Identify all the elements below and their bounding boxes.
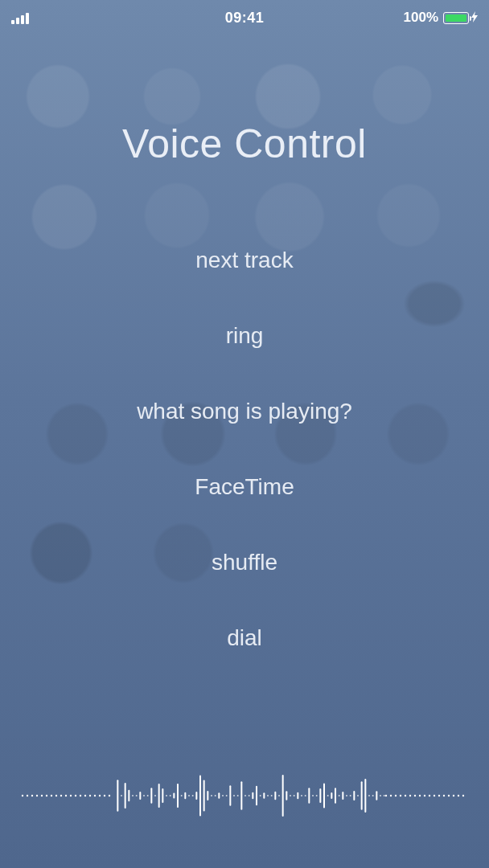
svg-point-3 (36, 795, 38, 796)
svg-rect-93 (331, 792, 332, 799)
svg-point-28 (429, 795, 430, 796)
svg-rect-89 (316, 795, 318, 796)
svg-rect-87 (308, 788, 310, 804)
svg-rect-38 (125, 783, 126, 809)
svg-rect-73 (256, 786, 257, 805)
svg-point-29 (434, 795, 435, 796)
svg-point-26 (419, 795, 421, 796)
svg-rect-72 (252, 792, 253, 799)
svg-point-14 (89, 795, 91, 796)
svg-rect-85 (301, 795, 302, 796)
svg-rect-74 (260, 795, 261, 796)
svg-rect-39 (128, 790, 129, 801)
svg-rect-46 (154, 795, 156, 796)
svg-rect-65 (226, 795, 228, 796)
svg-rect-97 (346, 795, 347, 796)
svg-point-27 (424, 795, 425, 796)
svg-point-11 (75, 795, 76, 796)
voice-suggestion-item: FaceTime (195, 474, 294, 500)
svg-rect-41 (136, 795, 138, 796)
svg-rect-37 (121, 795, 122, 796)
svg-point-12 (80, 795, 81, 796)
svg-rect-66 (229, 785, 231, 806)
svg-point-33 (453, 795, 454, 796)
svg-point-8 (60, 795, 62, 796)
svg-rect-82 (290, 795, 291, 796)
svg-rect-91 (323, 783, 325, 808)
svg-point-25 (414, 795, 416, 796)
svg-rect-49 (166, 795, 167, 796)
page-title: Voice Control (0, 121, 489, 167)
svg-point-30 (438, 795, 440, 796)
svg-rect-43 (143, 795, 145, 796)
svg-rect-83 (294, 795, 295, 796)
svg-point-32 (448, 795, 450, 796)
svg-point-9 (65, 795, 67, 796)
svg-rect-86 (305, 795, 306, 796)
svg-point-5 (46, 795, 47, 796)
voice-suggestions: next track ring what song is playing? Fa… (0, 248, 489, 651)
svg-point-15 (94, 795, 96, 796)
svg-rect-59 (203, 780, 205, 812)
svg-rect-107 (384, 795, 385, 796)
svg-rect-71 (249, 795, 250, 796)
svg-point-34 (458, 795, 459, 796)
svg-rect-57 (195, 792, 197, 800)
svg-rect-56 (192, 795, 194, 796)
svg-rect-95 (339, 795, 340, 796)
svg-rect-58 (199, 776, 201, 817)
svg-point-13 (84, 795, 86, 796)
voice-suggestion-item: shuffle (212, 550, 277, 575)
svg-rect-61 (211, 795, 212, 796)
svg-rect-48 (162, 788, 163, 803)
status-time: 09:41 (0, 10, 489, 27)
voice-suggestion-item: dial (227, 625, 262, 651)
voice-suggestion-item: ring (226, 323, 264, 349)
svg-rect-75 (263, 792, 265, 798)
svg-rect-76 (267, 795, 269, 796)
svg-rect-98 (350, 795, 351, 796)
svg-rect-42 (139, 792, 141, 800)
voice-suggestion-item: what song is playing? (137, 399, 352, 424)
svg-point-7 (55, 795, 57, 796)
svg-rect-79 (278, 795, 280, 796)
svg-rect-77 (271, 795, 273, 796)
svg-point-21 (395, 795, 397, 796)
svg-rect-99 (353, 791, 355, 800)
svg-point-35 (462, 795, 464, 796)
svg-rect-81 (286, 791, 287, 800)
svg-point-4 (41, 795, 43, 796)
svg-rect-40 (132, 795, 134, 796)
svg-rect-52 (177, 784, 179, 808)
svg-rect-67 (233, 795, 235, 796)
svg-rect-88 (312, 795, 314, 796)
svg-point-23 (405, 795, 406, 796)
svg-point-22 (400, 795, 401, 796)
svg-rect-68 (237, 795, 239, 796)
svg-rect-94 (335, 788, 336, 804)
svg-point-1 (27, 795, 28, 796)
svg-rect-70 (244, 795, 246, 796)
svg-rect-106 (380, 795, 381, 796)
svg-rect-50 (170, 795, 171, 796)
svg-rect-100 (357, 795, 359, 796)
svg-rect-53 (181, 795, 183, 796)
svg-rect-64 (222, 795, 224, 796)
svg-rect-47 (158, 784, 160, 808)
svg-point-10 (70, 795, 72, 796)
svg-rect-92 (327, 795, 329, 796)
svg-point-2 (31, 795, 33, 796)
voice-suggestion-item: next track (195, 248, 293, 273)
svg-rect-54 (184, 792, 186, 800)
svg-rect-63 (218, 792, 220, 799)
svg-point-16 (99, 795, 101, 796)
svg-point-24 (409, 795, 411, 796)
svg-rect-44 (147, 795, 149, 796)
svg-rect-45 (150, 788, 152, 804)
svg-point-20 (390, 795, 392, 796)
svg-rect-51 (173, 793, 175, 799)
svg-rect-104 (372, 795, 374, 796)
svg-rect-103 (368, 795, 370, 796)
voice-waveform[interactable] (0, 770, 489, 821)
svg-point-19 (385, 795, 387, 796)
